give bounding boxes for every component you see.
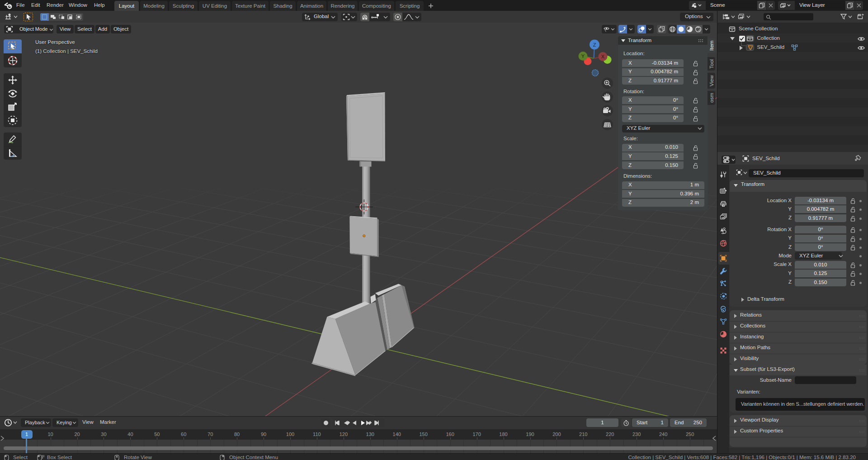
svg-text:X: X: [601, 54, 605, 59]
svg-text:Z: Z: [593, 42, 596, 47]
svg-text:Y: Y: [581, 53, 585, 59]
